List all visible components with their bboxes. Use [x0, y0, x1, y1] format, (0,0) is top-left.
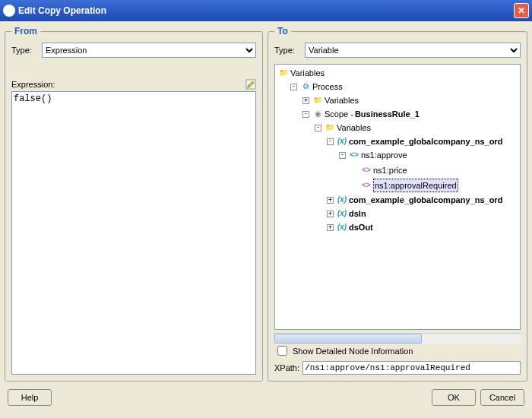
tree-dsout[interactable]: + (x) dsOut: [327, 221, 373, 233]
from-type-label: Type:: [11, 46, 39, 55]
to-panel: To Type: Variable 📁 Variables: [268, 26, 527, 382]
from-legend: From: [11, 26, 40, 36]
folder-icon: 📁: [312, 95, 323, 106]
process-icon: ⚙: [300, 81, 311, 92]
xpath-label: XPath:: [274, 363, 299, 372]
element-icon: <>: [349, 150, 359, 160]
tree-price[interactable]: <> ns1:price: [351, 164, 407, 176]
dialog-content: From Type: Expression Expression: false(…: [0, 21, 532, 386]
scrollbar-thumb[interactable]: [274, 334, 422, 344]
tree-scope[interactable]: - ◉ Scope - BusinessRule_1: [302, 108, 420, 120]
to-legend: To: [274, 26, 291, 36]
expander-icon[interactable]: -: [315, 125, 321, 131]
expression-label: Expression:: [11, 80, 55, 89]
tree-scrollbar[interactable]: [274, 333, 521, 344]
expander-icon[interactable]: -: [339, 152, 346, 159]
expander-icon[interactable]: +: [327, 224, 334, 231]
element-icon: <>: [361, 180, 372, 191]
dialog-footer: Help OK Cancel: [0, 386, 532, 412]
from-type-select[interactable]: Expression: [42, 43, 256, 58]
tree-process[interactable]: - ⚙ Process: [290, 81, 343, 93]
folder-icon: 📁: [278, 68, 289, 78]
variable-icon: (x): [337, 208, 347, 219]
tree-dsin[interactable]: + (x) dsIn: [327, 207, 366, 220]
tree-process-variables[interactable]: + 📁 Variables: [302, 94, 359, 106]
variable-tree[interactable]: 📁 Variables - ⚙ Process: [274, 64, 521, 330]
folder-icon: 📁: [325, 122, 335, 133]
tree-var-1[interactable]: - (x) com_example_globalcompany_ns_ord: [327, 135, 502, 147]
app-icon: [3, 5, 15, 17]
window-title: Edit Copy Operation: [18, 5, 514, 16]
expander-icon[interactable]: -: [302, 111, 309, 118]
cancel-button[interactable]: Cancel: [480, 389, 524, 406]
show-detailed-label: Show Detailed Node Information: [293, 347, 413, 356]
edit-icon[interactable]: [245, 79, 256, 90]
variable-icon: (x): [337, 195, 347, 205]
tree-var-2[interactable]: + (x) com_example_globalcompany_ns_ord: [327, 194, 502, 206]
show-detailed-checkbox[interactable]: [277, 346, 287, 356]
expression-textarea[interactable]: false(): [11, 91, 256, 375]
expander-icon[interactable]: -: [290, 84, 297, 90]
to-type-select[interactable]: Variable: [305, 43, 521, 58]
titlebar: Edit Copy Operation ✕: [0, 0, 532, 21]
tree-approve[interactable]: - <> ns1:approve: [339, 149, 407, 161]
scope-icon: ◉: [312, 109, 323, 119]
element-icon: <>: [361, 165, 372, 176]
variable-icon: (x): [337, 136, 347, 147]
from-panel: From Type: Expression Expression: false(…: [5, 26, 263, 382]
help-button[interactable]: Help: [8, 389, 52, 406]
variable-icon: (x): [337, 222, 347, 233]
expander-icon[interactable]: +: [302, 97, 309, 104]
expander-icon[interactable]: +: [327, 211, 334, 217]
expander-icon[interactable]: +: [327, 197, 334, 204]
ok-button[interactable]: OK: [432, 389, 476, 406]
close-button[interactable]: ✕: [514, 3, 529, 18]
tree-scope-variables[interactable]: - 📁 Variables: [315, 122, 371, 134]
xpath-input[interactable]: [302, 361, 521, 375]
to-type-label: Type:: [274, 46, 302, 55]
tree-approval-required[interactable]: <> ns1:approvalRequired: [351, 179, 458, 192]
close-icon: ✕: [518, 5, 525, 16]
expander-icon[interactable]: -: [327, 138, 334, 145]
tree-root[interactable]: 📁 Variables: [278, 67, 325, 79]
